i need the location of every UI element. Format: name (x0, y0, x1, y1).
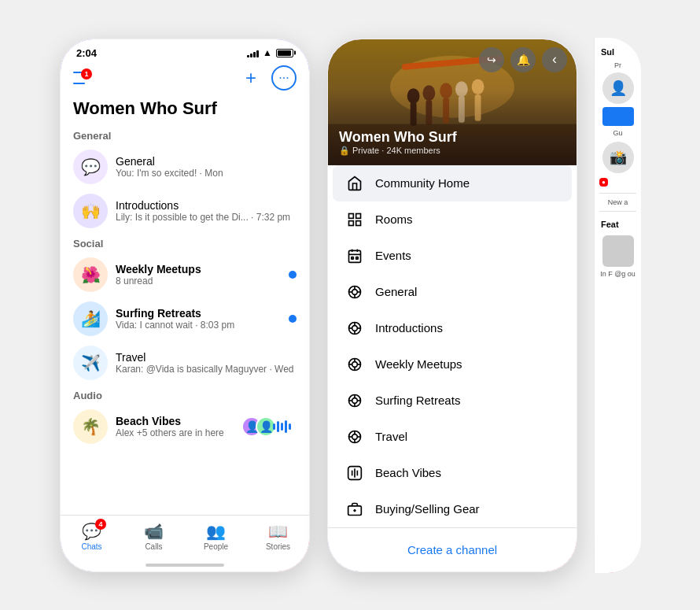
peek-title: Sul (599, 44, 636, 60)
section-general-label: General (61, 125, 309, 145)
svg-rect-16 (349, 220, 354, 225)
wifi-icon: ▲ (263, 47, 272, 58)
audio-wave-icon (273, 416, 297, 437)
nav-chats-label: Chats (81, 542, 101, 551)
menu-item-buying-selling[interactable]: Buying/Selling Gear (333, 491, 572, 527)
menu-item-travel[interactable]: Travel (333, 419, 572, 455)
notify-button[interactable]: 🔔 (510, 47, 536, 72)
svg-rect-23 (356, 257, 359, 259)
nav-stories-label: Stories (266, 542, 290, 551)
chat-name: Travel (116, 351, 297, 364)
chat-preview: Lily: Is it possible to get the Di... · … (116, 212, 297, 223)
svg-point-49 (352, 434, 358, 439)
nav-chats[interactable]: 💬 4 Chats (61, 522, 123, 551)
nav-calls[interactable]: 📹 Calls (123, 522, 185, 551)
home-icon (345, 174, 364, 193)
menu-item-introductions[interactable]: Introductions (333, 310, 572, 346)
status-icons: ▲ (247, 47, 293, 58)
unread-dot (289, 315, 297, 323)
menu-item-surfing-retreats[interactable]: Surfing Retreats (333, 383, 572, 419)
peek-subtitle: Pr (599, 61, 636, 69)
avatar: 💬 (73, 150, 108, 184)
list-item[interactable]: 💬 General You: I'm so excited! · Mon (61, 145, 309, 189)
peek-join-button[interactable] (602, 107, 634, 126)
channel-icon (345, 391, 364, 410)
chat-preview: Alex +5 others are in here (116, 427, 234, 438)
more-options-button[interactable]: ··· (271, 65, 297, 91)
events-icon (345, 246, 364, 265)
list-item[interactable]: 🌺 Weekly Meetups 8 unread (61, 253, 309, 297)
menu-item-general[interactable]: General (333, 274, 572, 310)
peek-avatar-2: 📸 (602, 142, 634, 173)
status-bar: 2:04 ▲ (61, 39, 309, 62)
avatar: 🙌 (73, 194, 108, 228)
list-item[interactable]: ✈️ Travel Karan: @Vida is basically Magu… (61, 341, 309, 385)
channel-icon (345, 283, 364, 301)
menu-icon[interactable]: 1 (73, 72, 89, 84)
phone-1: 2:04 ▲ (59, 38, 311, 573)
lock-icon: 🔒 (339, 146, 350, 156)
menu-list: Community Home Rooms (328, 165, 577, 527)
section-social-label: Social (61, 233, 309, 253)
menu-item-beach-vibes[interactable]: Beach Vibes (333, 455, 572, 491)
menu-item-events[interactable]: Events (333, 238, 572, 274)
menu-item-label: Community Home (375, 176, 470, 190)
avatar: ✈️ (73, 346, 108, 380)
chat-preview: You: I'm so excited! · Mon (116, 168, 297, 179)
avatar: 🌺 (73, 257, 108, 292)
divider (599, 193, 636, 194)
list-item[interactable]: 🙌 Introductions Lily: Is it possible to … (61, 189, 309, 233)
nav-stories[interactable]: 📖 Stories (247, 522, 309, 551)
notification-badge: 1 (81, 68, 92, 79)
audio-channel-icon (345, 464, 364, 482)
group-title: Women Who Surf (61, 97, 309, 125)
svg-point-43 (352, 397, 358, 403)
menu-item-label: Buying/Selling Gear (375, 502, 480, 516)
phone-2: ↪ 🔔 ‹ Women Who Surf 🔒 Private · 24K mem… (326, 38, 578, 573)
nav-people-label: People (204, 542, 228, 551)
back-button[interactable]: ‹ (542, 47, 567, 72)
peek-feat-description: In F @g ou (599, 270, 636, 278)
signal-icon (247, 48, 259, 57)
menu-item-community-home[interactable]: Community Home (333, 165, 572, 201)
time: 2:04 (76, 47, 97, 59)
svg-rect-14 (349, 213, 354, 218)
audio-participants: 👤 👤 (241, 416, 297, 437)
chats-icon: 💬 4 (82, 522, 101, 541)
community-subtitle: 🔒 Private · 24K members (339, 146, 457, 156)
right-peek-panel: Sul Pr 👤 Gu 📸 ● New a Feat In F @g ou (594, 38, 641, 573)
avatar: 🏄 (73, 301, 108, 336)
nav-people[interactable]: 👥 People (185, 522, 247, 551)
chat-preview: Vida: I cannot wait · 8:03 pm (116, 320, 281, 331)
list-item[interactable]: 🌴 Beach Vibes Alex +5 others are in here… (61, 405, 309, 449)
channel-icon (345, 355, 364, 374)
chat-name: Weekly Meetups (116, 263, 281, 275)
chat-name: Surfing Retreats (116, 307, 281, 320)
peek-feature-image (602, 235, 634, 267)
chat-preview: Karan: @Vida is basically Maguyver · Wed (116, 364, 297, 375)
channel-icon (345, 319, 364, 338)
svg-rect-22 (352, 257, 354, 259)
menu-item-weekly-meetups[interactable]: Weekly Meetups (333, 346, 572, 383)
community-name: Women Who Surf (339, 129, 457, 146)
cover-actions: ↪ 🔔 ‹ (479, 47, 567, 72)
channel-icon (345, 427, 364, 446)
menu-item-rooms[interactable]: Rooms (333, 201, 572, 238)
peek-badge: ● (599, 178, 608, 187)
menu-item-label: Weekly Meetups (375, 357, 462, 371)
battery-icon (276, 49, 293, 57)
unread-dot (289, 271, 297, 279)
share-button[interactable]: ↪ (479, 47, 504, 72)
menu-item-label: Introductions (375, 321, 443, 335)
svg-rect-15 (356, 213, 361, 218)
add-button[interactable]: + (238, 65, 263, 91)
create-channel-button[interactable]: Create a channel (328, 527, 577, 571)
svg-point-31 (352, 325, 358, 331)
list-item[interactable]: 🏄 Surfing Retreats Vida: I cannot wait ·… (61, 297, 309, 341)
chat-name: General (116, 155, 297, 168)
marketplace-icon (345, 500, 364, 519)
peek-avatar: 👤 (602, 72, 634, 104)
home-indicator (146, 564, 224, 567)
nav-calls-label: Calls (145, 542, 162, 551)
chat-name: Beach Vibes (116, 415, 234, 427)
